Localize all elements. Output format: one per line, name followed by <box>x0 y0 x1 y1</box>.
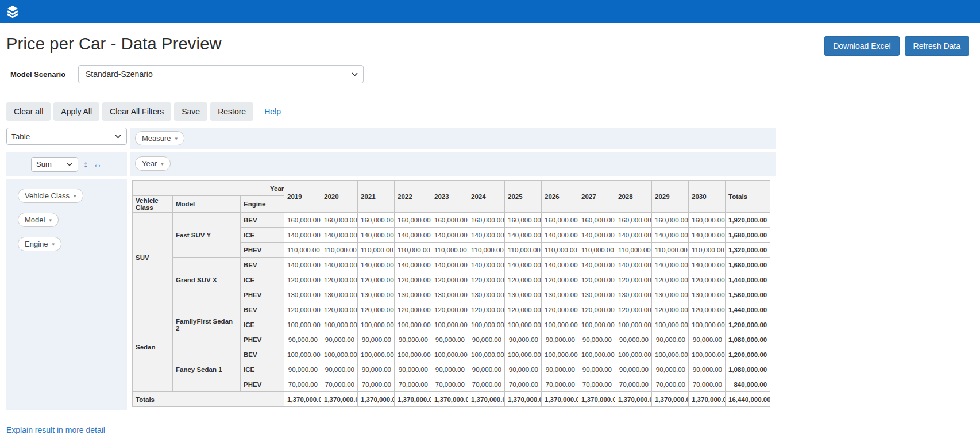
row-total-cell: 1,440,000.00 <box>726 272 770 287</box>
value-cell: 90,000.00 <box>615 362 652 377</box>
value-cell: 120,000.00 <box>431 302 468 317</box>
value-cell: 100,000.00 <box>431 347 468 362</box>
value-cell: 160,000.00 <box>542 213 578 228</box>
pill-label: Measure <box>142 134 171 143</box>
value-cell: 120,000.00 <box>615 302 652 317</box>
column-total-cell: 1,370,000.00 <box>505 392 542 407</box>
value-cell: 140,000.00 <box>652 258 689 272</box>
table-row: Grand SUV XBEV140,000.00140,000.00140,00… <box>133 258 770 272</box>
value-cell: 90,000.00 <box>542 332 578 347</box>
clear-all-filters-button[interactable]: Clear All Filters <box>102 102 171 121</box>
corner-blank-cell <box>133 181 267 196</box>
value-cell: 100,000.00 <box>542 347 578 362</box>
value-cell: 90,000.00 <box>431 332 468 347</box>
value-cell: 70,000.00 <box>505 377 542 392</box>
value-cell: 90,000.00 <box>578 362 615 377</box>
table-row: Fancy Sedan 1BEV100,000.00100,000.00100,… <box>133 347 770 362</box>
value-cell: 110,000.00 <box>358 243 395 258</box>
value-cell: 140,000.00 <box>578 228 615 243</box>
pivot-attr-measure[interactable]: Measure ▾ <box>135 131 184 145</box>
column-total-cell: 1,370,000.00 <box>468 392 505 407</box>
value-cell: 110,000.00 <box>689 243 726 258</box>
value-cell: 100,000.00 <box>505 317 542 332</box>
column-total-cell: 1,370,000.00 <box>578 392 615 407</box>
row-total-cell: 1,560,000.00 <box>726 287 770 302</box>
renderer-value: Table <box>11 132 30 141</box>
value-cell: 90,000.00 <box>468 362 505 377</box>
totals-column-header: Totals <box>726 181 770 213</box>
value-cell: 110,000.00 <box>395 243 431 258</box>
pivot-attr-engine[interactable]: Engine ▾ <box>18 237 61 251</box>
value-cell: 90,000.00 <box>542 362 578 377</box>
row-total-cell: 1,080,000.00 <box>726 332 770 347</box>
value-cell: 100,000.00 <box>321 347 358 362</box>
engine-cell: ICE <box>241 317 284 332</box>
restore-button[interactable]: Restore <box>210 102 253 121</box>
column-total-cell: 1,370,000.00 <box>395 392 431 407</box>
value-cell: 90,000.00 <box>689 332 726 347</box>
value-cell: 120,000.00 <box>505 302 542 317</box>
renderer-select[interactable]: Table <box>6 128 127 145</box>
engine-cell: BEV <box>241 213 284 228</box>
value-cell: 120,000.00 <box>468 272 505 287</box>
refresh-data-button[interactable]: Refresh Data <box>905 36 969 56</box>
download-excel-button[interactable]: Download Excel <box>824 36 899 56</box>
apply-all-button[interactable]: Apply All <box>53 102 99 121</box>
value-cell: 120,000.00 <box>395 272 431 287</box>
value-cell: 160,000.00 <box>468 213 505 228</box>
value-cell: 120,000.00 <box>689 302 726 317</box>
row-order-button[interactable]: ↕ <box>83 160 88 169</box>
value-cell: 100,000.00 <box>358 317 395 332</box>
value-cell: 90,000.00 <box>395 332 431 347</box>
value-cell: 120,000.00 <box>652 302 689 317</box>
page-title: Price per Car - Data Preview <box>6 34 222 53</box>
totals-row-label: Totals <box>133 392 284 407</box>
model-scenario-select[interactable]: Standard-Szenario <box>78 65 364 83</box>
value-cell: 140,000.00 <box>321 258 358 272</box>
pivot-attr-model[interactable]: Model ▾ <box>18 213 59 227</box>
caret-down-icon: ▾ <box>52 241 55 247</box>
save-button[interactable]: Save <box>174 102 207 121</box>
value-cell: 100,000.00 <box>468 347 505 362</box>
clear-all-button[interactable]: Clear all <box>6 102 51 121</box>
engine-cell: ICE <box>241 272 284 287</box>
explain-link[interactable]: Explain result in more detail <box>6 425 105 434</box>
row-total-cell: 1,680,000.00 <box>726 258 770 272</box>
value-cell: 100,000.00 <box>395 317 431 332</box>
value-cell: 70,000.00 <box>358 377 395 392</box>
value-cell: 70,000.00 <box>468 377 505 392</box>
pivot-attr-vehicle-class[interactable]: Vehicle Class ▾ <box>18 189 83 203</box>
value-cell: 120,000.00 <box>321 302 358 317</box>
value-cell: 110,000.00 <box>321 243 358 258</box>
value-cell: 90,000.00 <box>358 332 395 347</box>
value-cell: 130,000.00 <box>689 287 726 302</box>
year-column-header: 2030 <box>689 181 726 213</box>
value-cell: 100,000.00 <box>284 347 321 362</box>
engine-cell: ICE <box>241 362 284 377</box>
value-cell: 120,000.00 <box>689 272 726 287</box>
value-cell: 130,000.00 <box>652 287 689 302</box>
value-cell: 130,000.00 <box>284 287 321 302</box>
help-link[interactable]: Help <box>264 107 281 116</box>
value-cell: 130,000.00 <box>431 287 468 302</box>
model-cell: Fast SUV Y <box>173 213 241 258</box>
value-cell: 100,000.00 <box>321 317 358 332</box>
pivot-attr-year[interactable]: Year ▾ <box>135 156 171 171</box>
value-cell: 90,000.00 <box>321 332 358 347</box>
chevron-down-icon <box>67 163 72 166</box>
value-cell: 110,000.00 <box>505 243 542 258</box>
value-cell: 140,000.00 <box>542 258 578 272</box>
value-cell: 100,000.00 <box>615 317 652 332</box>
value-cell: 90,000.00 <box>615 332 652 347</box>
value-cell: 160,000.00 <box>689 213 726 228</box>
value-cell: 130,000.00 <box>468 287 505 302</box>
year-column-header: 2023 <box>431 181 468 213</box>
value-cell: 140,000.00 <box>284 258 321 272</box>
aggregator-select[interactable]: Sum <box>31 157 78 172</box>
year-column-header: 2019 <box>284 181 321 213</box>
value-cell: 140,000.00 <box>395 228 431 243</box>
value-cell: 70,000.00 <box>615 377 652 392</box>
col-order-button[interactable]: ↔ <box>93 160 102 169</box>
value-cell: 130,000.00 <box>542 287 578 302</box>
row-total-cell: 1,320,000.00 <box>726 243 770 258</box>
